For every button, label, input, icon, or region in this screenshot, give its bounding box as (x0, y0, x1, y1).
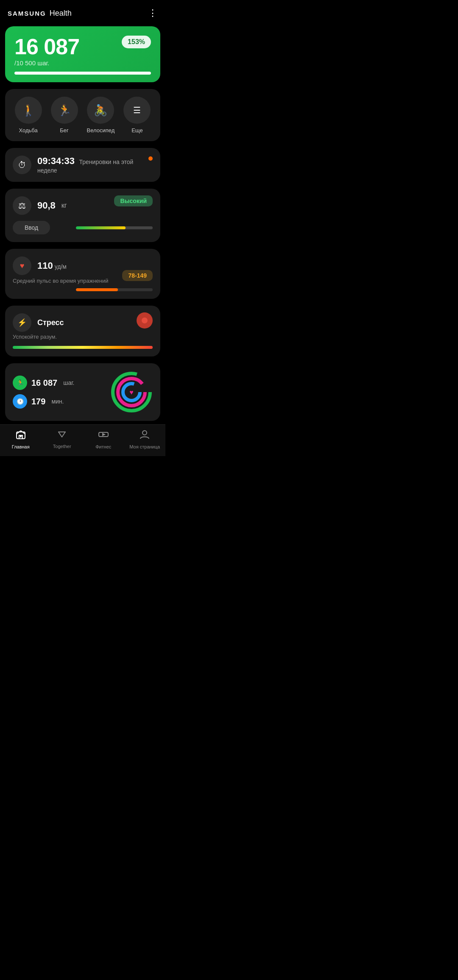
summary-minutes-row: 🕐 179 мин. (13, 394, 74, 409)
walking-label: Ходьба (19, 127, 37, 134)
fitness-icon (98, 429, 109, 443)
nav-profile[interactable]: Моя страница (124, 429, 166, 449)
stress-gradient-bar (13, 346, 153, 349)
workout-time: 09:34:33 (37, 156, 75, 166)
activity-walking-button[interactable]: 🚶 Ходьба (15, 97, 42, 134)
weight-unit: кг (61, 202, 67, 209)
heart-rate-range-badge: 78-149 (122, 270, 153, 281)
heart-rate-card[interactable]: ♥ 110 уд/м Средний пульс во время упражн… (5, 249, 160, 299)
summary-minutes-unit: мин. (51, 398, 64, 405)
svg-marker-7 (102, 433, 106, 436)
heart-rate-progress-fill (76, 288, 118, 291)
steps-percent-badge: 153% (122, 36, 151, 48)
nav-together[interactable]: Together (42, 429, 83, 449)
together-nav-label: Together (53, 444, 71, 449)
more-menu-icon[interactable]: ⋮ (148, 8, 158, 19)
weight-scale-icon: ⚖ (13, 196, 31, 215)
home-nav-label: Главная (12, 444, 30, 449)
heart-rate-progress-bar (76, 288, 153, 291)
heart-rings-graphic: ♥ (110, 371, 153, 413)
activity-summary-card[interactable]: 🏃 16 087 шаг. 🕐 179 мин. ♥ (5, 363, 160, 421)
steps-count: 16 087 (14, 36, 79, 58)
activity-running-button[interactable]: 🏃 Бег (51, 97, 78, 134)
summary-steps-value: 16 087 (31, 378, 57, 388)
summary-steps-row: 🏃 16 087 шаг. (13, 376, 74, 390)
profile-nav-label: Моя страница (129, 444, 160, 449)
nav-home[interactable]: Главная (0, 429, 42, 449)
workout-card[interactable]: ⏱ 09:34:33 Тренировки на этой неделе (5, 148, 160, 182)
stress-icon: ⚡ (13, 313, 31, 332)
activity-cycling-button[interactable]: 🚴 Велосипед (87, 97, 115, 134)
product-name: Health (50, 9, 72, 18)
stress-label: Успокойте разум. (13, 334, 153, 340)
more-activities-label: Еще (131, 127, 142, 134)
profile-icon (139, 429, 150, 443)
weight-progress-fill (76, 226, 126, 229)
stress-level-indicator (137, 312, 153, 329)
home-icon (15, 429, 26, 443)
app-logo: SAMSUNG Health (8, 9, 72, 18)
nav-fitness[interactable]: Фитнес (83, 429, 124, 449)
summary-minutes-value: 179 (31, 397, 45, 406)
heart-icon: ♥ (13, 256, 31, 275)
weight-level-badge: Высокий (114, 195, 153, 206)
app-header: SAMSUNG Health ⋮ (0, 0, 165, 23)
walking-icon: 🚶 (15, 97, 42, 124)
svg-text:♥: ♥ (129, 389, 134, 396)
stress-title: Стресс (37, 318, 64, 327)
steps-goal: /10 500 шаг. (14, 59, 79, 67)
svg-rect-5 (20, 435, 22, 437)
more-activities-icon: ☰ (123, 97, 151, 124)
heart-rate-value: 110 (37, 260, 53, 271)
brand-name: SAMSUNG (8, 10, 46, 17)
steps-progress-fill (14, 72, 151, 75)
active-indicator-dot (148, 156, 153, 161)
weight-input-button[interactable]: Ввод (13, 221, 50, 234)
steps-card[interactable]: 16 087 /10 500 шаг. 153% (5, 26, 160, 82)
activity-more-button[interactable]: ☰ Еще (123, 97, 151, 134)
bottom-navigation: Главная Together Фитнес (0, 424, 165, 456)
stopwatch-icon: ⏱ (13, 156, 31, 174)
stress-dot (142, 317, 148, 323)
weight-card[interactable]: ⚖ 90,8 кг Высокий Ввод (5, 189, 160, 242)
cycling-label: Велосипед (87, 127, 115, 134)
summary-steps-icon: 🏃 (13, 376, 27, 390)
running-icon: 🏃 (51, 97, 78, 124)
svg-point-8 (142, 431, 147, 435)
together-icon (57, 429, 67, 442)
steps-progress-bar (14, 72, 151, 75)
weight-progress-bar (76, 226, 153, 229)
summary-steps-unit: шаг. (63, 379, 74, 386)
running-label: Бег (60, 127, 69, 134)
stress-card[interactable]: ⚡ Стресс Успокойте разум. (5, 306, 160, 356)
fitness-nav-label: Фитнес (95, 444, 111, 449)
summary-minutes-icon: 🕐 (13, 394, 27, 409)
weight-value: 90,8 (37, 200, 56, 211)
activity-buttons-card: 🚶 Ходьба 🏃 Бег 🚴 Велосипед ☰ Еще (5, 89, 160, 141)
summary-stats: 🏃 16 087 шаг. 🕐 179 мин. (13, 376, 74, 409)
heart-rate-unit: уд/м (55, 263, 67, 270)
cycling-icon: 🚴 (87, 97, 114, 124)
